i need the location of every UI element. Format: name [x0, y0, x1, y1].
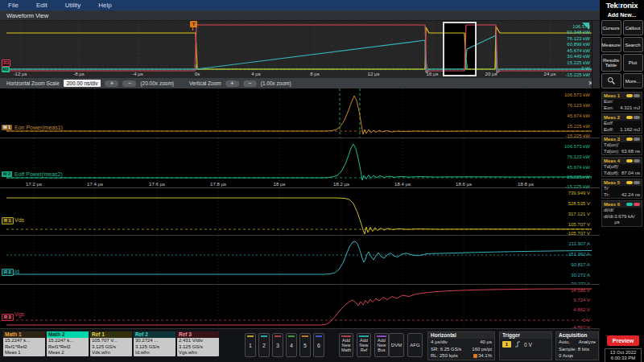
- add-new-bus-button[interactable]: Add New Bus: [374, 333, 389, 357]
- badge-ref3[interactable]: R 3: [2, 314, 14, 321]
- ref1-scale: 105.707 V...: [90, 338, 132, 344]
- tick-label: 17.4 µs: [87, 182, 103, 187]
- meas1-card[interactable]: Meas 1 Eon' Eon:4.321 mJ: [601, 92, 642, 112]
- panel-vgs[interactable]: 14.586 V9.724 V4.862 V0 V-4.862 V R 3 Vg…: [0, 284, 600, 329]
- math1-card[interactable]: Math 1 15.2247 k... Ref1*Ref2 Meas 1: [3, 331, 45, 356]
- rising-edge-icon: [514, 341, 521, 348]
- cursors-button[interactable]: Cursors: [601, 20, 621, 35]
- trigger-card-title: Trigger: [500, 332, 551, 339]
- ref1-card[interactable]: Ref 1 105.707 V... 3.125 GS/s Vds.wfm: [90, 331, 132, 356]
- eon-power-trace: [0, 88, 600, 138]
- overview-badge-m2[interactable]: M2: [2, 67, 10, 72]
- results-table-button[interactable]: Results Table: [601, 54, 621, 72]
- trigger-level: 0 V: [524, 342, 532, 348]
- menu-edit[interactable]: Edit: [36, 2, 47, 9]
- vgs-label[interactable]: Vgs: [14, 311, 24, 318]
- meas4-card[interactable]: Meas 4 Td(off)' Td(off):87.04 ns: [601, 157, 642, 177]
- ref2-card[interactable]: Ref 2 30.2724 ... 3.125 GS/s Id.wfm: [134, 331, 175, 356]
- acquisition-mode: Auto,: [559, 339, 570, 346]
- add-new-math-button[interactable]: Add New Math: [339, 333, 353, 357]
- date-text: 13 Oct 2022: [605, 350, 641, 356]
- ref1-card-title: Ref 1: [90, 331, 132, 338]
- zoom-toolbar: Horizontal Zoom Scale 200.00 ns/div + − …: [0, 78, 600, 88]
- tab-bar: Waveform View: [0, 10, 600, 21]
- meas5-card[interactable]: Meas 5 Tr' Tr:42.24 ns: [601, 179, 642, 199]
- meas3-card[interactable]: Meas 3 Td(on)' Td(on):63.68 ns: [601, 135, 642, 155]
- zoom-tool-button[interactable]: [601, 73, 621, 88]
- meas3-toggle-icon[interactable]: [634, 138, 640, 141]
- badge-ref1[interactable]: R 1: [2, 217, 14, 224]
- panel-eon-power[interactable]: 106.573 kW76.123 kW45.674 kW15.225 kW-15…: [0, 88, 600, 138]
- meas6-toggle-icon[interactable]: [634, 203, 640, 206]
- math1-source: Meas 1: [3, 350, 45, 356]
- meas4-name: Td(off)': [602, 164, 642, 171]
- menu-file[interactable]: File: [8, 2, 19, 9]
- channel-2-button[interactable]: 2: [258, 333, 270, 357]
- ref2-filename: Id.wfm: [134, 350, 175, 356]
- channel-5-button[interactable]: 5: [299, 333, 311, 357]
- channel-1-button[interactable]: 1: [245, 333, 256, 357]
- menu-utility[interactable]: Utility: [65, 2, 81, 9]
- callout-button[interactable]: Callout: [623, 20, 643, 35]
- eoff-power-label[interactable]: Eoff Power(meas2): [14, 171, 63, 178]
- h-zoom-minus-button[interactable]: −: [122, 80, 136, 87]
- channel-6-button[interactable]: 6: [313, 333, 324, 357]
- ref3-card[interactable]: Ref 3 2.431 V/div 3.125 GS/s Vgs.wfm: [177, 331, 219, 356]
- more-button[interactable]: More...: [623, 73, 643, 88]
- measure-button[interactable]: Measure: [601, 37, 621, 52]
- meas1-toggle-icon[interactable]: [634, 94, 640, 97]
- id-label[interactable]: Id: [14, 269, 19, 275]
- badge-math2[interactable]: M 2: [2, 171, 12, 177]
- math2-scale: 15.2247 k...: [47, 338, 89, 344]
- horizontal-settings-card[interactable]: Horizontal 4 µs/div 40 µs SR: 6.25 GS/s …: [427, 331, 495, 360]
- channel-4-button[interactable]: 4: [286, 333, 297, 357]
- panel-vds[interactable]: 739.949 V528.535 V317.121 V105.707 V-105…: [0, 188, 600, 235]
- tab-waveform-view[interactable]: Waveform View: [6, 12, 48, 19]
- horizontal-card-title: Horizontal: [428, 332, 494, 339]
- plot-button[interactable]: Plot: [623, 54, 643, 72]
- math2-source: Meas 2: [47, 350, 89, 356]
- menu-help[interactable]: Help: [98, 2, 111, 9]
- dvm-button[interactable]: DVM: [389, 333, 404, 357]
- meas2-source-chip: [626, 116, 633, 119]
- trigger-settings-card[interactable]: Trigger 1 0 V: [499, 331, 552, 360]
- tick-label: 17.8 µs: [210, 182, 226, 187]
- zoom-region-corner-icon: [582, 23, 589, 30]
- meas6-source-chip: [626, 203, 633, 206]
- channel-3-button[interactable]: 3: [272, 333, 283, 357]
- meas5-value: 42.24 ns: [621, 192, 640, 199]
- meas6-card[interactable]: Meas 6 dI/dt' dI/dt:3.679 kA/µs: [601, 200, 642, 227]
- horizontal-zoom-scale-input[interactable]: 200.00 ns/div: [64, 80, 101, 87]
- meas5-toggle-icon[interactable]: [634, 181, 640, 184]
- waveform-overview[interactable]: 106.57391.348 kW76.123 kW60.899 kW45.674…: [0, 21, 600, 78]
- v-zoom-minus-button[interactable]: −: [243, 80, 257, 87]
- meas1-name: Eon': [602, 99, 642, 105]
- add-new-ref-button[interactable]: Add New Ref: [357, 333, 371, 357]
- math2-card[interactable]: Math 2 15.2247 k... Ref1*Ref2 Meas 2: [47, 331, 89, 356]
- sidebar-buttons: Cursors Callout Measure Search Results T…: [600, 20, 644, 88]
- horizontal-window: 40 µs: [472, 339, 492, 346]
- meas2-toggle-icon[interactable]: [634, 116, 640, 119]
- acquisition-settings-card[interactable]: Acquisition Auto, Analyze Sample: 8 bits…: [555, 331, 599, 360]
- panel-id[interactable]: 211.907 A151.362 A90.817 A30.272 A-30.27…: [0, 235, 600, 285]
- meas3-value: 63.68 ns: [621, 149, 640, 155]
- search-button[interactable]: Search: [623, 37, 643, 52]
- math1-expression: Ref1*Ref2: [3, 344, 45, 351]
- v-zoom-plus-button[interactable]: +: [225, 80, 239, 87]
- afg-button[interactable]: AFG: [407, 333, 423, 357]
- ref2-card-title: Ref 2: [134, 331, 175, 338]
- h-zoom-plus-button[interactable]: +: [105, 80, 118, 87]
- meas5-title: Meas 5: [604, 179, 620, 186]
- meas2-value: 1.162 mJ: [620, 127, 640, 134]
- eon-power-label[interactable]: Eon Power(meas1): [14, 125, 63, 131]
- meas4-toggle-icon[interactable]: [634, 159, 640, 162]
- overview-badge-r3[interactable]: R3: [2, 60, 10, 67]
- trigger-position-marker[interactable]: T: [190, 21, 197, 27]
- badge-math1[interactable]: M 1: [2, 125, 12, 130]
- meas2-card[interactable]: Meas 2 Eoff' Eoff:1.162 mJ: [601, 113, 642, 134]
- preview-button[interactable]: Preview: [607, 335, 639, 346]
- meas2-label: Eoff:: [604, 127, 613, 134]
- vds-label[interactable]: Vds: [14, 217, 24, 224]
- badge-ref2[interactable]: R 2: [2, 269, 14, 276]
- panel-eoff-power[interactable]: 106.573 kW76.123 kW45.674 kW15.225 kW-15…: [0, 138, 600, 181]
